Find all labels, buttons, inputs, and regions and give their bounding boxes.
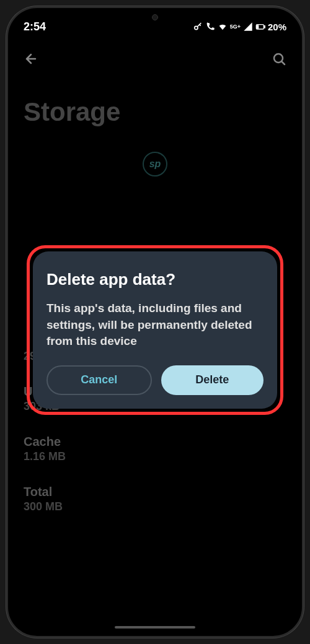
dialog-buttons: Cancel Delete [46, 365, 264, 395]
wifi-calling-icon [205, 22, 215, 32]
status-icons: 5G+ 20% [193, 22, 286, 32]
stat-value: 1.16 MB [24, 450, 286, 463]
phone-frame: 2:54 5G+ 20% [6, 6, 304, 638]
back-icon[interactable] [24, 51, 38, 66]
svg-rect-2 [257, 25, 259, 28]
home-indicator[interactable] [115, 626, 195, 629]
app-header [8, 39, 302, 79]
notch [108, 8, 202, 27]
svg-point-0 [194, 26, 197, 29]
delete-button[interactable]: Delete [161, 365, 264, 395]
app-icon: sp [143, 152, 167, 176]
battery-icon [255, 22, 265, 32]
delete-dialog: Delete app data? This app's data, includ… [33, 251, 277, 409]
front-camera [152, 14, 158, 20]
battery-percent: 20% [268, 22, 286, 32]
stat-total: Total 300 MB [24, 485, 286, 513]
stat-label: Cache [24, 435, 286, 449]
network-type: 5G+ [230, 24, 241, 30]
wifi-icon [218, 22, 228, 32]
svg-rect-3 [264, 26, 265, 28]
stat-label: Total [24, 485, 286, 499]
signal-icon [243, 22, 253, 32]
dialog-title: Delete app data? [46, 270, 264, 289]
status-time: 2:54 [24, 20, 46, 33]
side-button [6, 120, 7, 157]
page-title: Storage [24, 97, 286, 127]
dialog-highlight: Delete app data? This app's data, includ… [27, 245, 283, 415]
cancel-button[interactable]: Cancel [46, 365, 152, 395]
search-icon[interactable] [272, 51, 286, 66]
dialog-message: This app's data, including files and set… [46, 300, 264, 350]
stat-cache: Cache 1.16 MB [24, 435, 286, 463]
stat-value: 300 MB [24, 500, 286, 513]
